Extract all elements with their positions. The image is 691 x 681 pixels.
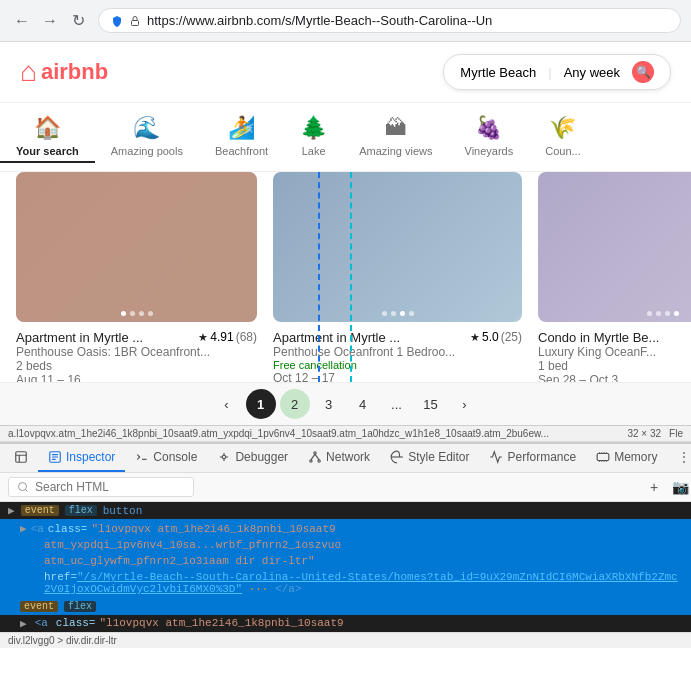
airbnb-logo: ⌂ airbnb [20, 56, 108, 88]
pagination-page-1[interactable]: 1 [246, 389, 276, 419]
devtools-actions: + 📷 [643, 476, 691, 498]
star-icon-2: ★ [470, 331, 480, 344]
html-panel: ▶ event flex button ▶ <a class="l1ovpqvx… [0, 502, 691, 632]
beachfront-label: Beachfront [215, 145, 268, 157]
listing-image-2 [273, 172, 522, 322]
sidebar-item-lake[interactable]: 🌲 Lake [284, 111, 343, 163]
html-line-a1[interactable]: ▶ <a class="l1ovpqvx atm_1he2i46_1k8pnbi… [0, 519, 691, 615]
listing-title-3: Condo in Myrtle Be... [538, 330, 691, 345]
your-search-icon: 🏠 [34, 115, 61, 141]
a2-class-value: "l1ovpqvx atm_1he2i46_1k8pnbi_10saat9 [99, 617, 343, 629]
sidebar-item-your-search[interactable]: 🏠 Your search [0, 111, 95, 163]
add-node-button[interactable]: + [643, 476, 665, 498]
listing-card-1[interactable]: Apartment in Myrtle ... ★ 4.91 (68) Pent… [0, 172, 265, 382]
svg-line-9 [315, 454, 319, 460]
search-html-input[interactable] [35, 480, 185, 494]
html-line-a1-line3: atm_uc_glywfm_pfnrn2_1o31aam dir dir-ltr… [20, 555, 315, 567]
address-bar[interactable]: https://www.airbnb.com/s/Myrtle-Beach--S… [98, 8, 681, 33]
pagination-page-4[interactable]: 4 [348, 389, 378, 419]
status-display: Fle [669, 428, 683, 439]
devtools-breadcrumb: div.l2lvgg0 > div.dir.dir-ltr [8, 635, 117, 646]
a-tag: <a [31, 523, 44, 535]
dot [121, 311, 126, 316]
ellipsis-icon: ··· [249, 583, 269, 595]
sidebar-item-vineyards[interactable]: 🍇 Vineyards [449, 111, 530, 163]
pagination-page-2[interactable]: 2 [280, 389, 310, 419]
tab-inspector[interactable]: Inspector [38, 444, 125, 472]
memory-icon [596, 450, 610, 464]
devtools-picker[interactable] [4, 444, 38, 472]
listing-beds-3: 1 bed [538, 359, 691, 373]
tab-network[interactable]: Network [298, 444, 380, 472]
listing-info-2: Apartment in Myrtle ... ★ 5.0 (25) Penth… [273, 322, 522, 382]
sidebar-item-countryside[interactable]: 🌾 Coun... [529, 111, 596, 163]
tab-style-editor[interactable]: Style Editor [380, 444, 479, 472]
pagination-prev[interactable]: ‹ [212, 389, 242, 419]
tab-inspector-label: Inspector [66, 450, 115, 464]
devtools-panel: Inspector Console Debugger Network [0, 442, 691, 648]
devtools-bottom-status: div.l2lvgg0 > div.dir.dir-ltr [0, 632, 691, 648]
pagination-bar: ‹ 1 2 3 4 ... 15 › [0, 382, 691, 426]
tab-debugger[interactable]: Debugger [207, 444, 298, 472]
tab-console-label: Console [153, 450, 197, 464]
console-icon [135, 450, 149, 464]
a2-class-attr: class= [56, 617, 96, 629]
countryside-label: Coun... [545, 145, 580, 157]
svg-point-5 [314, 452, 316, 454]
sidebar-item-amazing-pools[interactable]: 🌊 Amazing pools [95, 111, 199, 163]
vineyards-icon: 🍇 [475, 115, 502, 141]
back-button[interactable]: ← [10, 9, 34, 33]
svg-point-4 [223, 455, 227, 459]
listing-dates-1: Aug 11 – 16 [16, 373, 257, 382]
sidebar-item-beachfront[interactable]: 🏄 Beachfront [199, 111, 284, 163]
listing-rating-1: ★ 4.91 (68) [198, 330, 257, 344]
svg-line-8 [311, 454, 315, 460]
forward-button[interactable]: → [38, 9, 62, 33]
refresh-button[interactable]: ↻ [66, 9, 90, 33]
triangle-icon-a1: ▶ [20, 522, 27, 535]
pagination-page-15[interactable]: 15 [416, 389, 446, 419]
sidebar-item-amazing-views[interactable]: 🏔 Amazing views [343, 111, 448, 163]
style-editor-icon [390, 450, 404, 464]
class-value: "l1ovpqvx atm_1he2i46_1k8pnbi_10saat9 [91, 523, 335, 535]
tab-network-label: Network [326, 450, 370, 464]
screenshot-button[interactable]: 📷 [669, 476, 691, 498]
pagination-ellipsis: ... [382, 389, 412, 419]
dot [400, 311, 405, 316]
svg-point-11 [19, 483, 27, 491]
tab-performance-label: Performance [507, 450, 576, 464]
lake-label: Lake [302, 145, 326, 157]
event-badge-2: event [20, 601, 58, 612]
lake-icon: 🌲 [300, 115, 327, 141]
tab-performance[interactable]: Performance [479, 444, 586, 472]
flex-badge-2: flex [64, 601, 96, 612]
listing-title-1: Apartment in Myrtle ... [16, 330, 198, 345]
triangle-icon-a2: ▶ [20, 617, 27, 630]
devtools-tabs: Inspector Console Debugger Network [0, 444, 691, 473]
dot [391, 311, 396, 316]
status-size: 32 × 32 [627, 428, 661, 439]
html-line-a1-href: href="/s/Myrtle-Beach--South-Carolina--U… [20, 571, 683, 595]
dot [139, 311, 144, 316]
pagination-page-3[interactable]: 3 [314, 389, 344, 419]
listing-card-3[interactable]: Condo in Myrtle Be... Luxury King OceanF… [530, 172, 691, 382]
svg-point-7 [318, 460, 320, 462]
category-nav: 🏠 Your search 🌊 Amazing pools 🏄 Beachfro… [0, 103, 691, 172]
listing-image-3 [538, 172, 691, 322]
page-content: ⌂ airbnb Myrtle Beach | Any week 🔍 🏠 You… [0, 42, 691, 442]
countryside-icon: 🌾 [549, 115, 576, 141]
listings-wrapper: Apartment in Myrtle ... ★ 4.91 (68) Pent… [0, 172, 691, 382]
dot [674, 311, 679, 316]
tab-memory[interactable]: Memory [586, 444, 667, 472]
tab-more[interactable]: ⋮ [668, 444, 691, 472]
tab-debugger-label: Debugger [235, 450, 288, 464]
listing-rating-2: ★ 5.0 (25) [470, 330, 522, 344]
listing-card-2[interactable]: Apartment in Myrtle ... ★ 5.0 (25) Penth… [265, 172, 530, 382]
listing-subtitle-1: Penthouse Oasis: 1BR Oceanfront... [16, 345, 257, 359]
pagination-next[interactable]: › [450, 389, 480, 419]
devtools-search-bar[interactable] [8, 477, 194, 497]
tab-console[interactable]: Console [125, 444, 207, 472]
search-bar[interactable]: Myrtle Beach | Any week 🔍 [443, 54, 671, 90]
inspector-icon [48, 450, 62, 464]
airbnb-logo-icon: ⌂ [20, 56, 37, 88]
